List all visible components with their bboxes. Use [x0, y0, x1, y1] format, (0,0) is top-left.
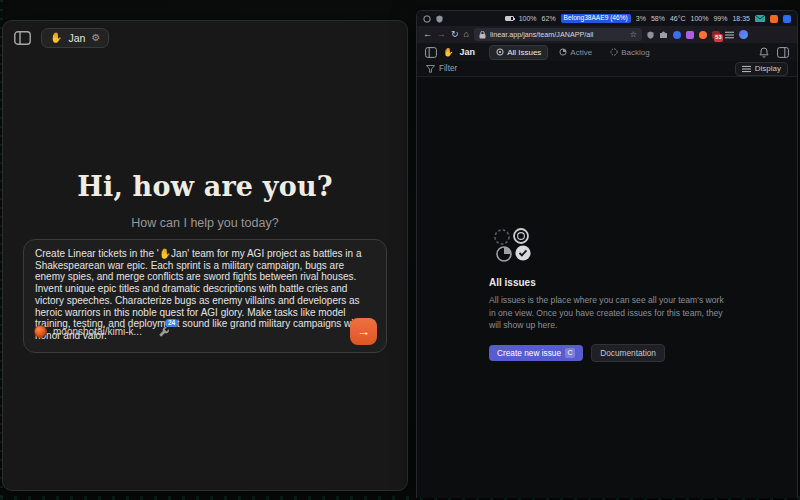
team-name: Jan	[460, 47, 476, 57]
clock: 18:35	[732, 15, 750, 22]
tray-app-icon-blue	[783, 15, 791, 23]
tray-stat: 99%	[713, 15, 727, 22]
right-panel-toggle-icon[interactable]	[777, 47, 789, 58]
battery-level: 100%	[519, 15, 537, 22]
adblock-extension-icon[interactable]: 53	[712, 31, 720, 39]
wifi-network-badge: Belong38AAE9 (46%)	[561, 14, 631, 23]
back-button[interactable]: ←	[423, 30, 432, 39]
prompt-card: Create Linear tickets in the '✋Jan' team…	[23, 239, 387, 353]
create-new-issue-button[interactable]: Create new issue C	[489, 345, 583, 361]
greeting-title: Hi, how are you?	[3, 171, 407, 202]
home-button[interactable]: ⌂	[464, 30, 469, 39]
empty-state-title: All issues	[489, 277, 725, 288]
browser-navbar: ← → ↻ ⌂ linear.app/jans/team/JANAPP/all …	[417, 26, 797, 43]
forward-button[interactable]: →	[437, 30, 446, 39]
gear-icon[interactable]: ⚙	[91, 33, 100, 43]
display-button[interactable]: Display	[735, 62, 788, 76]
linear-sidebar-toggle-icon[interactable]	[425, 47, 437, 58]
tab-backlog[interactable]: Backlog	[603, 45, 656, 60]
issues-icon	[496, 48, 504, 56]
empty-state: All issues All issues is the place where…	[489, 227, 725, 362]
hand-emoji-icon: ✋	[50, 33, 62, 43]
linear-header: ✋ Jan All Issues Active Backlog	[417, 43, 797, 61]
greeting-block: Hi, how are you? How can I help you toda…	[3, 171, 407, 230]
tray-stat: 3%	[636, 15, 646, 22]
bookmark-star-icon[interactable]: ☆	[630, 30, 637, 39]
notification-icon	[423, 15, 431, 23]
filter-button[interactable]: Filter	[426, 64, 457, 73]
tools-count-badge: 24	[165, 319, 178, 328]
model-selector[interactable]: moonshotai/kimi-k...	[34, 325, 142, 338]
browser-window: 100% 62% Belong38AAE9 (46%) 3% 58% 46°C …	[416, 10, 798, 498]
send-button[interactable]: →	[350, 318, 377, 345]
empty-state-description: All issues is the place where you can se…	[489, 294, 725, 332]
empty-state-actions: Create new issue C Documentation	[489, 344, 725, 362]
tray-stat: 100%	[691, 15, 709, 22]
tray-app-icon-orange	[770, 15, 778, 23]
extension-icon-blue[interactable]	[673, 31, 681, 39]
battery-icon	[505, 16, 514, 21]
filter-bar: Filter Display	[417, 61, 797, 77]
extension-icon-purple[interactable]	[686, 31, 694, 39]
send-arrow-icon: →	[357, 324, 370, 339]
jan-chat-window: ✋ Jan ⚙ Hi, how are you? How can I help …	[2, 20, 408, 491]
backlog-icon	[610, 48, 618, 56]
shortcut-key-hint: C	[565, 348, 575, 358]
team-selector[interactable]: ✋ Jan ⚙	[41, 28, 109, 48]
view-tabs: All Issues Active Backlog	[489, 45, 657, 60]
tracking-shield-icon[interactable]	[647, 31, 654, 39]
display-sliders-icon	[742, 65, 751, 73]
chat-header: ✋ Jan ⚙	[3, 21, 407, 55]
cpu-temp: 46°C	[670, 15, 686, 22]
in-progress-icon	[559, 48, 567, 56]
greeting-subtitle: How can I help you today?	[3, 216, 407, 230]
tools-button[interactable]: 24	[158, 326, 170, 338]
url-text: linear.app/jans/team/JANAPP/all	[490, 30, 626, 39]
wrench-icon	[158, 326, 170, 338]
notifications-bell-icon[interactable]	[759, 47, 769, 58]
sidebar-toggle-icon[interactable]	[14, 31, 31, 45]
mail-icon	[755, 15, 765, 22]
menu-icon[interactable]	[725, 31, 734, 39]
tab-all-issues[interactable]: All Issues	[489, 45, 548, 60]
extensions-puzzle-icon[interactable]	[659, 30, 668, 39]
issue-status-illustration	[489, 227, 535, 263]
address-bar[interactable]: linear.app/jans/team/JANAPP/all ☆	[474, 28, 642, 41]
documentation-button[interactable]: Documentation	[591, 344, 665, 362]
prompt-controls: moonshotai/kimi-k... 24 →	[34, 318, 377, 345]
moonshot-logo-icon	[34, 325, 47, 338]
extension-icon-orange[interactable]	[699, 31, 707, 39]
adblock-count-badge: 53	[714, 34, 723, 41]
funnel-icon	[426, 65, 435, 73]
team-hand-emoji-icon: ✋	[443, 48, 454, 57]
charge-level: 62%	[542, 15, 556, 22]
lock-icon	[479, 31, 486, 39]
profile-avatar[interactable]	[739, 30, 748, 39]
system-tray: 100% 62% Belong38AAE9 (46%) 3% 58% 46°C …	[417, 11, 797, 26]
linear-content: All issues All issues is the place where…	[417, 77, 797, 498]
reload-button[interactable]: ↻	[451, 30, 459, 39]
tray-stat: 58%	[651, 15, 665, 22]
shield-tray-icon	[436, 15, 443, 23]
tab-active[interactable]: Active	[552, 45, 599, 60]
